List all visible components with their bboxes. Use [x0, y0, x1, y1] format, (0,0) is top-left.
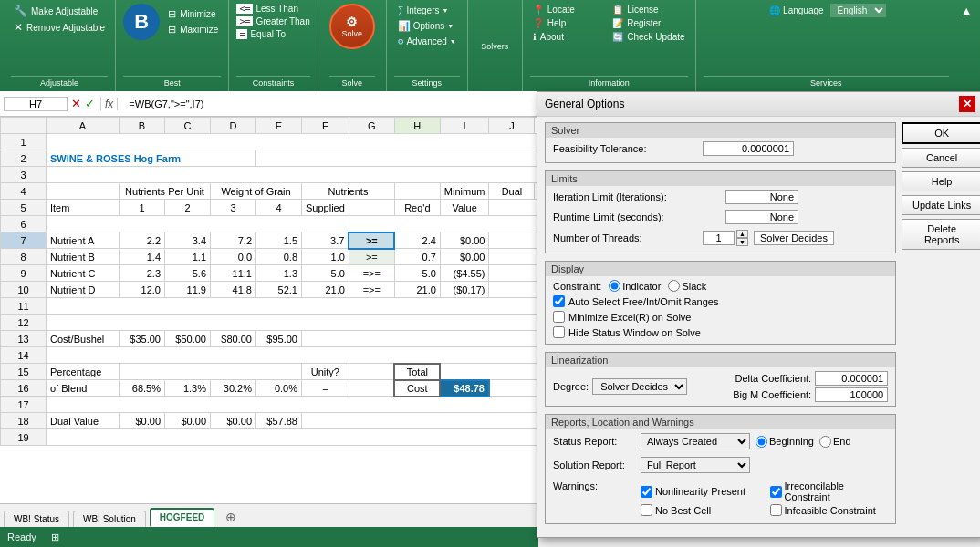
grid-wrapper[interactable]: A B C D E F G H I J K L 1 — [0, 117, 538, 527]
nutrient-a-2[interactable]: 3.4 — [165, 232, 211, 249]
delete-reports-button[interactable]: Delete Reports — [902, 219, 980, 250]
nutrient-b-constraint[interactable]: >= — [349, 249, 394, 265]
no-best-checkbox[interactable] — [641, 504, 652, 516]
beginning-option[interactable]: Beginning — [756, 436, 814, 448]
nutrient-c-2[interactable]: 5.6 — [165, 265, 211, 282]
warning-no-best[interactable]: No Best Cell — [641, 504, 759, 516]
infeasible-checkbox[interactable] — [770, 504, 782, 516]
register-button[interactable]: 📝 Register — [610, 17, 687, 29]
nutrient-b-3[interactable]: 0.0 — [211, 249, 256, 265]
nutrient-a-reqd[interactable]: 2.4 — [394, 232, 440, 249]
cancel-button[interactable]: Cancel — [902, 148, 980, 168]
nutrient-c-label[interactable]: Nutrient C — [47, 265, 120, 282]
slack-radio[interactable] — [668, 280, 680, 292]
beginning-radio[interactable] — [756, 436, 767, 448]
feasibility-input[interactable] — [703, 141, 794, 156]
auto-select-checkbox[interactable] — [553, 295, 565, 307]
nutrient-d-label[interactable]: Nutrient D — [47, 282, 120, 298]
blend-4[interactable]: 0.0% — [256, 380, 302, 397]
title-cell[interactable]: SWINE & ROSES Hog Farm — [47, 150, 256, 167]
options-button[interactable]: 📊 Options ▼ — [394, 19, 460, 33]
total-cost[interactable]: $48.78 — [440, 380, 489, 397]
hogfeed-tab[interactable]: HOGFEED — [150, 508, 214, 527]
col-header-f[interactable]: F — [302, 118, 349, 134]
indicator-option[interactable]: Indicator — [609, 280, 661, 292]
add-sheet-button[interactable]: ⊕ — [218, 507, 244, 527]
nutrient-c-value[interactable]: ($4.55) — [440, 265, 489, 282]
nutrient-b-1[interactable]: 1.4 — [120, 249, 165, 265]
cost-3[interactable]: $80.00 — [211, 331, 256, 347]
nutrient-d-supplied[interactable]: 21.0 — [302, 282, 349, 298]
nutrient-d-3[interactable]: 41.8 — [211, 282, 256, 298]
blend-1[interactable]: 68.5% — [120, 380, 165, 397]
nutrient-a-3[interactable]: 7.2 — [211, 232, 256, 249]
solution-report-select[interactable]: Full Report Summary Only — [641, 457, 750, 473]
slack-option[interactable]: Slack — [668, 280, 706, 292]
nutrient-c-reqd[interactable]: 5.0 — [394, 265, 440, 282]
col-header-g[interactable]: G — [349, 118, 394, 134]
dual-1[interactable]: $0.00 — [120, 413, 165, 429]
nutrient-a-4[interactable]: 1.5 — [256, 232, 302, 249]
language-button[interactable]: 🌐 Language — [766, 5, 827, 16]
locate-button[interactable]: 📍 Locate — [530, 4, 608, 15]
dual-2[interactable]: $0.00 — [165, 413, 211, 429]
nutrient-b-reqd[interactable]: 0.7 — [394, 249, 440, 265]
about-button[interactable]: ℹ About — [530, 31, 608, 43]
nutrient-b-supplied[interactable]: 1.0 — [302, 249, 349, 265]
nutrient-d-constraint[interactable]: =>= — [349, 282, 394, 298]
nutrient-b-label[interactable]: Nutrient B — [47, 249, 120, 265]
col-header-i[interactable]: I — [440, 118, 489, 134]
col-header-b[interactable]: B — [120, 118, 165, 134]
nutrient-d-1[interactable]: 12.0 — [120, 282, 165, 298]
col-header-c[interactable]: C — [165, 118, 211, 134]
help-button[interactable]: ❓ Help — [530, 17, 608, 29]
nutrient-c-1[interactable]: 2.3 — [120, 265, 165, 282]
cancel-formula-icon[interactable]: ✕ — [71, 97, 81, 110]
nonlinearity-checkbox[interactable] — [641, 486, 652, 498]
dual-4[interactable]: $57.88 — [256, 413, 302, 429]
end-radio[interactable] — [819, 436, 831, 448]
nutrient-a-label[interactable]: Nutrient A — [47, 232, 120, 249]
language-select[interactable]: English — [830, 4, 886, 17]
nutrient-a-1[interactable]: 2.2 — [120, 232, 165, 249]
bigm-input[interactable] — [815, 387, 888, 402]
wb-status-tab[interactable]: WB! Status — [4, 511, 69, 527]
confirm-formula-icon[interactable]: ✓ — [85, 97, 95, 110]
nutrient-c-supplied[interactable]: 5.0 — [302, 265, 349, 282]
minimize-excel-checkbox[interactable] — [553, 311, 565, 323]
license-button[interactable]: 📋 License — [610, 4, 687, 15]
equal-to-constraint[interactable]: = Equal To — [236, 29, 309, 39]
advanced-button[interactable]: ⚙ Advanced ▼ — [394, 35, 460, 48]
remove-adjustable-button[interactable]: ✕ Remove Adjustable — [11, 20, 108, 35]
iteration-input[interactable] — [725, 190, 798, 204]
hide-status-checkbox[interactable] — [553, 326, 565, 338]
wb-solution-tab[interactable]: WB! Solution — [73, 511, 146, 527]
blend-2[interactable]: 1.3% — [165, 380, 211, 397]
nutrient-b-4[interactable]: 0.8 — [256, 249, 302, 265]
nutrient-d-2[interactable]: 11.9 — [165, 282, 211, 298]
cost-4[interactable]: $95.00 — [256, 331, 302, 347]
cost-2[interactable]: $50.00 — [165, 331, 211, 347]
irreconcilable-checkbox[interactable] — [770, 486, 782, 498]
check-update-button[interactable]: 🔄 Check Update — [610, 31, 687, 43]
threads-input[interactable] — [703, 231, 735, 245]
update-links-button[interactable]: Update Links — [902, 195, 980, 215]
threads-down-button[interactable]: ▼ — [736, 238, 748, 246]
solve-button[interactable]: ⚙ Solve — [329, 4, 375, 49]
greater-than-constraint[interactable]: >= Greater Than — [236, 16, 309, 26]
nutrient-b-value[interactable]: $0.00 — [440, 249, 489, 265]
nutrient-c-constraint[interactable]: =>= — [349, 265, 394, 282]
warning-irreconcilable[interactable]: Irreconcilable Constraint — [770, 480, 889, 502]
threads-up-button[interactable]: ▲ — [736, 230, 748, 238]
cost-1[interactable]: $35.00 — [120, 331, 165, 347]
blend-3[interactable]: 30.2% — [211, 380, 256, 397]
end-option[interactable]: End — [819, 436, 851, 448]
collapse-ribbon-button[interactable]: ▲ — [956, 0, 976, 22]
delta-input[interactable] — [815, 371, 888, 386]
nutrient-a-value[interactable]: $0.00 — [440, 232, 489, 249]
help-dialog-button[interactable]: Help — [902, 171, 980, 191]
maximize-button[interactable]: ⊞ Maximize — [165, 23, 221, 36]
minimize-button[interactable]: ⊟ Minimize — [165, 7, 221, 21]
nutrient-a-supplied[interactable]: 3.7 — [302, 232, 349, 249]
nutrient-b-2[interactable]: 1.1 — [165, 249, 211, 265]
